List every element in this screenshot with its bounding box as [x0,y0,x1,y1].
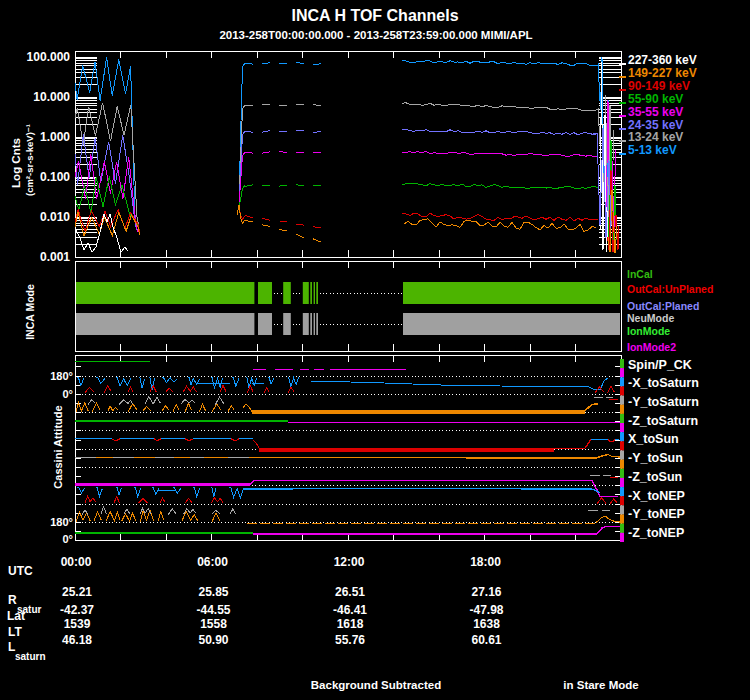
svg-text:IonMode: IonMode [627,325,670,337]
svg-text:-44.55: -44.55 [196,603,230,617]
svg-text:IonMode2: IonMode2 [627,341,676,353]
svg-text:0.010: 0.010 [40,210,70,224]
svg-text:-Z_toSun: -Z_toSun [628,470,682,484]
svg-text:OutCal:UnPlaned: OutCal:UnPlaned [627,283,713,295]
svg-text:OutCal:Planed: OutCal:Planed [627,300,699,312]
svg-text:R: R [8,593,17,607]
svg-text:0°: 0° [62,533,73,545]
svg-text:18:00: 18:00 [470,555,501,569]
svg-text:Log Cnts: Log Cnts [10,138,22,188]
svg-text:UTC: UTC [8,564,33,578]
svg-text:-47.98: -47.98 [469,603,503,617]
svg-text:5-13 keV: 5-13 keV [628,143,677,157]
svg-text:-Z_toSaturn: -Z_toSaturn [628,414,698,428]
svg-text:0.001: 0.001 [40,250,70,264]
svg-text:-Z_toNEP: -Z_toNEP [628,526,684,540]
svg-text:INCA Mode: INCA Mode [24,284,36,340]
svg-text:180°: 180° [50,370,73,382]
svg-text:12:00: 12:00 [334,555,365,569]
svg-text:55-90 keV: 55-90 keV [628,92,683,106]
svg-text:24-35 keV: 24-35 keV [628,118,683,132]
svg-text:55.76: 55.76 [335,633,365,647]
svg-text:90-149 keV: 90-149 keV [628,79,690,93]
svg-text:2013-258T00:00:00.000 - 2013-2: 2013-258T00:00:00.000 - 2013-258T23:59:0… [219,29,532,41]
svg-text:Lat: Lat [7,609,25,623]
svg-text:-X_toNEP: -X_toNEP [628,489,685,503]
svg-text:25.21: 25.21 [62,585,92,599]
svg-text:Spin/P_CK: Spin/P_CK [628,358,692,372]
svg-text:Background Subtracted: Background Subtracted [311,679,441,691]
svg-text:-42.37: -42.37 [60,603,94,617]
svg-text:1539: 1539 [64,617,91,631]
svg-text:in Stare Mode: in Stare Mode [563,679,638,691]
svg-text:InCal: InCal [627,268,653,280]
svg-text:0.100: 0.100 [40,170,70,184]
svg-text:-46.41: -46.41 [333,603,367,617]
svg-text:1638: 1638 [473,617,500,631]
svg-text:1558: 1558 [200,617,227,631]
svg-text:Cassini Attitude: Cassini Attitude [52,405,64,488]
svg-text:saturn: saturn [15,651,46,662]
svg-text:06:00: 06:00 [197,555,228,569]
svg-text:10.000: 10.000 [33,90,70,104]
svg-text:149-227 keV: 149-227 keV [628,66,697,80]
svg-text:-Y_toNEP: -Y_toNEP [628,507,685,521]
svg-text:NeuMode: NeuMode [627,312,674,324]
svg-text:INCA H TOF Channels: INCA H TOF Channels [291,7,458,24]
svg-text:00:00: 00:00 [61,555,92,569]
svg-text:1.000: 1.000 [40,130,70,144]
svg-text:-X_toSaturn: -X_toSaturn [628,376,699,390]
svg-text:1618: 1618 [337,617,364,631]
svg-text:26.51: 26.51 [335,585,365,599]
svg-text:46.18: 46.18 [62,633,92,647]
svg-text:227-360 keV: 227-360 keV [628,53,697,67]
svg-text:-Y_toSaturn: -Y_toSaturn [628,395,699,409]
svg-text:100.000: 100.000 [27,50,71,64]
svg-text:50.90: 50.90 [198,633,228,647]
svg-text:(cm²-sr-s-keV)⁻¹: (cm²-sr-s-keV)⁻¹ [24,124,35,196]
svg-text:35-55 keV: 35-55 keV [628,105,683,119]
svg-text:25.85: 25.85 [198,585,228,599]
svg-text:27.16: 27.16 [471,585,501,599]
svg-text:180°: 180° [50,516,73,528]
svg-text:13-24 keV: 13-24 keV [628,130,683,144]
svg-text:-Y_toSun: -Y_toSun [628,451,683,465]
svg-text:LT: LT [8,625,22,639]
svg-text:60.61: 60.61 [471,633,501,647]
svg-text:0°: 0° [62,388,73,400]
svg-text:X_toSun: X_toSun [628,432,679,446]
